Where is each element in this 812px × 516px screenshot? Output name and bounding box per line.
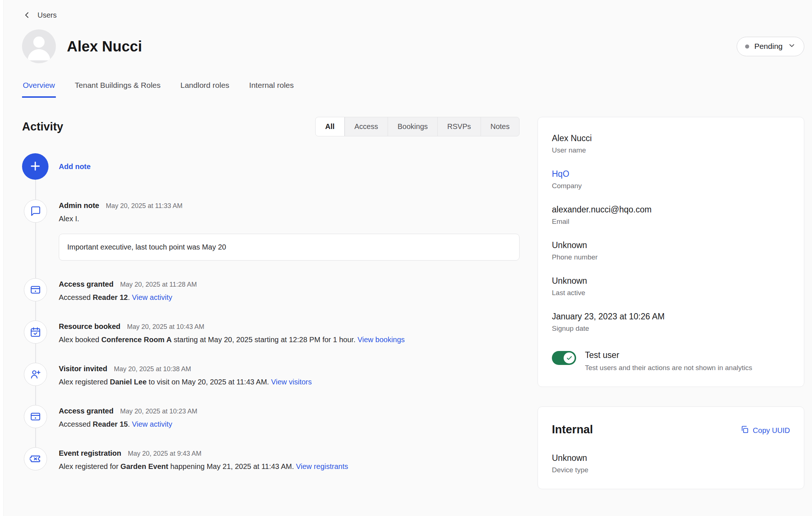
activity-item-access-granted: Access granted May 20, 2025 at 10:23 AM … — [22, 405, 520, 430]
field-label: Device type — [552, 466, 790, 474]
activity-item-body: Alex I. — [59, 214, 520, 224]
avatar — [22, 29, 56, 63]
check-icon — [564, 352, 575, 363]
tab-tenant-buildings-roles[interactable]: Tenant Buildings & Roles — [74, 79, 161, 98]
field-value: Unknown — [552, 453, 790, 463]
activity-item-title: Access granted — [59, 407, 114, 415]
copy-uuid-button[interactable]: Copy UUID — [740, 425, 790, 436]
field-last-active: Unknown Last active — [552, 276, 790, 297]
view-activity-link[interactable]: View activity — [132, 420, 172, 428]
field-user-name: Alex Nucci User name — [552, 133, 790, 154]
activity-item-timestamp: May 20, 2025 at 9:43 AM — [128, 450, 201, 458]
collapsed-nav-rail — [0, 0, 4, 516]
breadcrumb[interactable]: Users — [22, 10, 804, 20]
page-title: Alex Nucci — [67, 38, 142, 55]
activity-item-timestamp: May 20, 2025 at 11:28 AM — [120, 281, 197, 289]
activity-item-body: Alex registered for Garden Event happeni… — [59, 461, 520, 472]
field-value: alexander.nucci@hqo.com — [552, 205, 790, 215]
activity-filter-group: All Access Bookings RSVPs Notes — [315, 117, 520, 136]
ticket-icon — [24, 447, 47, 470]
field-label: Last active — [552, 289, 790, 297]
field-label: Phone number — [552, 253, 790, 261]
field-label: Email — [552, 218, 790, 226]
add-note-label[interactable]: Add note — [59, 162, 91, 171]
message-icon — [24, 200, 47, 223]
view-visitors-link[interactable]: View visitors — [271, 378, 312, 386]
field-value: Alex Nucci — [552, 133, 790, 143]
activity-item-resource-booked: Resource booked May 20, 2025 at 10:43 AM… — [22, 320, 520, 345]
field-label: Signup date — [552, 325, 790, 333]
chevron-down-icon — [788, 42, 796, 51]
field-device-type: Unknown Device type — [552, 453, 790, 474]
activity-title: Activity — [22, 120, 63, 133]
field-label: User name — [552, 146, 790, 154]
activity-item-body: Alex booked Conference Room A starting a… — [59, 334, 520, 345]
activity-item-title: Admin note — [59, 201, 99, 210]
internal-title: Internal — [552, 423, 593, 436]
filter-all[interactable]: All — [316, 117, 345, 136]
chevron-left-icon — [22, 10, 32, 20]
filter-bookings[interactable]: Bookings — [388, 117, 437, 136]
plus-icon — [29, 160, 42, 174]
copy-icon — [740, 425, 749, 436]
tab-landlord-roles[interactable]: Landlord roles — [180, 79, 230, 98]
test-user-setting: Test user Test users and their actions a… — [552, 350, 790, 372]
activity-item-visitor-invited: Visitor invited May 20, 2025 at 10:38 AM… — [22, 363, 520, 387]
activity-item-title: Visitor invited — [59, 365, 107, 373]
filter-rsvps[interactable]: RSVPs — [437, 117, 480, 136]
activity-item-body: Accessed Reader 15. View activity — [59, 419, 520, 430]
activity-item-access-granted: Access granted May 20, 2025 at 11:28 AM … — [22, 278, 520, 303]
field-company: HqO Company — [552, 169, 790, 190]
status-label: Pending — [754, 42, 783, 51]
activity-item-body: Accessed Reader 12. View activity — [59, 292, 520, 303]
user-detail-page: Users Alex Nucci Pending Overview Tenant… — [0, 0, 812, 489]
field-value: Unknown — [552, 240, 790, 250]
copy-uuid-label: Copy UUID — [753, 426, 790, 435]
tab-internal-roles[interactable]: Internal roles — [248, 79, 294, 98]
view-bookings-link[interactable]: View bookings — [358, 336, 405, 344]
user-plus-icon — [24, 363, 47, 386]
activity-item-admin-note: Admin note May 20, 2025 at 11:33 AM Alex… — [22, 200, 520, 261]
test-user-toggle[interactable] — [552, 351, 576, 365]
field-label: Company — [552, 182, 790, 190]
activity-item-body: Alex registered Daniel Lee to visit on M… — [59, 377, 520, 387]
activity-item-timestamp: May 20, 2025 at 10:23 AM — [120, 408, 197, 415]
tab-overview[interactable]: Overview — [22, 79, 56, 98]
page-header: Alex Nucci Pending — [22, 29, 804, 63]
internal-card: Internal Copy UUID Unknown Device type — [538, 406, 804, 489]
activity-item-timestamp: May 20, 2025 at 10:38 AM — [114, 365, 191, 373]
filter-notes[interactable]: Notes — [481, 117, 519, 136]
access-card-icon — [24, 278, 47, 301]
access-card-icon — [24, 405, 47, 428]
calendar-icon — [24, 320, 47, 344]
activity-timeline: Add note Admin note May 20, 2025 at 11:3… — [22, 153, 520, 472]
company-link[interactable]: HqO — [552, 169, 790, 179]
filter-access[interactable]: Access — [345, 117, 388, 136]
activity-item-title: Event registration — [59, 449, 121, 458]
person-icon — [22, 29, 56, 63]
field-email: alexander.nucci@hqo.com Email — [552, 205, 790, 226]
tab-bar: Overview Tenant Buildings & Roles Landlo… — [22, 79, 804, 98]
add-note-button[interactable] — [22, 153, 48, 180]
activity-item-title: Resource booked — [59, 322, 121, 331]
field-signup-date: January 23, 2023 at 10:26 AM Signup date — [552, 312, 790, 333]
activity-item-title: Access granted — [59, 280, 114, 289]
view-activity-link[interactable]: View activity — [132, 293, 172, 301]
activity-item-event-registration: Event registration May 20, 2025 at 9:43 … — [22, 447, 520, 472]
test-user-label: Test user — [585, 350, 752, 360]
field-value: Unknown — [552, 276, 790, 286]
user-info-card: Alex Nucci User name HqO Company alexand… — [538, 117, 804, 387]
activity-section: Activity All Access Bookings RSVPs Notes — [22, 117, 520, 472]
activity-item-timestamp: May 20, 2025 at 10:43 AM — [127, 323, 204, 331]
note-content[interactable]: Important executive, last touch point wa… — [59, 234, 520, 261]
status-dot-icon — [745, 44, 749, 49]
test-user-description: Test users and their actions are not sho… — [585, 364, 752, 372]
breadcrumb-label: Users — [37, 11, 57, 19]
field-value: January 23, 2023 at 10:26 AM — [552, 312, 790, 322]
field-phone-number: Unknown Phone number — [552, 240, 790, 261]
activity-item-timestamp: May 20, 2025 at 11:33 AM — [106, 202, 183, 210]
status-dropdown[interactable]: Pending — [737, 37, 804, 56]
view-registrants-link[interactable]: View registrants — [296, 462, 348, 470]
